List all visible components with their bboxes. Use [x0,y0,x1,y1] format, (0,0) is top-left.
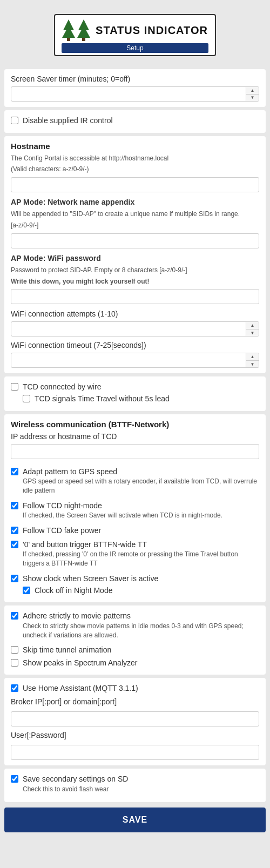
mqtt-section: Use Home Assistant (MQTT 3.1.1) Broker I… [4,678,266,765]
ap-network-input[interactable] [11,233,259,248]
tcd-signals-checkbox[interactable] [23,395,30,402]
adhere-patterns-label: Adhere strictly to movie patterns [23,611,131,620]
broker-input[interactable]: broker.com [11,711,259,726]
clock-night-label: Clock off in Night Mode [35,586,112,596]
app-title: STATUS INDICATOR [96,24,208,37]
ir-control-section: Disable supplied IR control [4,110,266,133]
screensaver-label: Screen Saver timer (minutes; 0=off) [11,75,259,83]
hostname-section: Hostname The Config Portal is accessible… [4,136,266,374]
show-clock-label: Show clock when Screen Saver is active [23,574,158,584]
ip-input[interactable]: timecircuits [11,444,259,459]
save-button[interactable]: SAVE [4,808,266,832]
wifi-attempts-label: WiFi connection attempts (1-10) [11,309,259,318]
wifi-attempts-increment-btn[interactable]: ▲ [246,322,259,329]
wireless-section: Wireless communication (BTTF-Network) IP… [4,414,266,603]
adhere-patterns-desc: Check to strictly show movie patterns in… [23,622,259,640]
home-assistant-label: Use Home Assistant (MQTT 3.1.1) [23,683,138,694]
adhere-patterns-checkbox[interactable] [11,612,18,620]
tcd-signals-label: TCD signals Time Travel without 5s lead [35,394,170,405]
patterns-section: Adhere strictly to movie patterns Check … [4,605,266,675]
screensaver-section: Screen Saver timer (minutes; 0=off) 1 ▲ … [4,69,266,107]
save-secondary-section: Save secondary settings on SD Check this… [4,769,266,802]
wifi-timeout-input[interactable]: 7 [11,353,259,368]
wifi-attempts-spinner: 3 ▲ ▼ [11,321,259,337]
tcd-section: TCD connected by wire TCD signals Time T… [4,376,266,411]
save-secondary-checkbox[interactable] [11,775,18,783]
header-subtitle: Setup [62,43,208,53]
ap-network-label: AP Mode: Network name appendix [11,198,259,206]
show-clock-checkbox[interactable] [11,575,18,582]
screensaver-increment-btn[interactable]: ▲ [246,87,259,95]
wifi-attempts-input[interactable]: 3 [11,321,259,337]
ap-wifi-desc1: Password to protect SID-AP. Empty or 8 c… [11,266,259,275]
hostname-desc1: The Config Portal is accessible at http:… [11,154,259,163]
follow-fake-power-checkbox[interactable] [11,527,18,534]
wifi-timeout-label: WiFi connection timeout (7-25[seconds]) [11,341,259,349]
ir-control-label: Disable supplied IR control [23,116,113,126]
adapt-pattern-label: Adapt pattern to GPS speed [23,467,117,476]
user-label: User[:Password] [11,731,259,739]
adapt-pattern-checkbox[interactable] [11,468,18,475]
follow-night-desc: If checked, the Screen Saver will activa… [23,511,222,520]
button-trigger-desc: If checked, pressing '0' on the IR remot… [23,550,259,568]
logo-trees-icon [62,19,90,41]
button-trigger-checkbox[interactable] [11,541,18,548]
skip-tunnel-checkbox[interactable] [11,646,18,654]
hostname-title: Hostname [11,142,259,151]
follow-fake-power-label: Follow TCD fake power [23,526,101,536]
user-input[interactable]: username:password [11,745,259,760]
ip-label: IP address or hostname of TCD [11,432,259,441]
ap-network-desc2: [a-z/0-9/-] [11,221,259,230]
home-assistant-checkbox[interactable] [11,684,18,692]
tcd-wire-checkbox[interactable] [11,383,18,391]
wifi-timeout-increment-btn[interactable]: ▲ [246,353,259,361]
wireless-title: Wireless communication (BTTF-Network) [11,420,259,429]
save-secondary-label: Save secondary settings on SD [23,775,128,783]
clock-night-checkbox[interactable] [23,587,30,594]
hostname-desc2: (Valid characters: a-z/0-9/-) [11,165,259,174]
adapt-pattern-desc: GPS speed or speed set with a rotary enc… [23,477,259,495]
wifi-timeout-decrement-btn[interactable]: ▼ [246,361,259,368]
show-peaks-label: Show peaks in Spectrum Analyzer [23,658,137,669]
button-trigger-label: '0' and button trigger BTTFN-wide TT [23,540,147,549]
header: STATUS INDICATOR Setup [0,0,270,66]
save-secondary-desc: Check this to avoid flash wear [23,785,128,794]
screensaver-spinner: 1 ▲ ▼ [11,86,259,102]
ap-network-desc1: Will be appended to "SID-AP" to create a… [11,210,259,219]
broker-label: Broker IP[:port] or domain[:port] [11,697,259,706]
follow-night-checkbox[interactable] [11,502,18,509]
wifi-attempts-decrement-btn[interactable]: ▼ [246,329,259,337]
follow-night-label: Follow TCD night-mode [23,501,102,510]
ap-wifi-desc2-bold: Write this down, you might lock yourself… [11,277,259,286]
ap-wifi-label: AP Mode: WiFi password [11,254,259,263]
wifi-timeout-spinner: 7 ▲ ▼ [11,353,259,368]
show-peaks-checkbox[interactable] [11,659,18,667]
hostname-input[interactable]: sid [11,177,259,192]
screensaver-spinner-buttons: ▲ ▼ [246,87,259,101]
ir-control-checkbox[interactable] [11,117,18,124]
tcd-wire-label: TCD connected by wire [23,382,102,393]
screensaver-decrement-btn[interactable]: ▼ [246,95,259,102]
skip-tunnel-label: Skip time tunnel animation [23,645,111,656]
ap-wifi-input[interactable] [11,289,259,304]
screensaver-input[interactable]: 1 [11,86,259,102]
